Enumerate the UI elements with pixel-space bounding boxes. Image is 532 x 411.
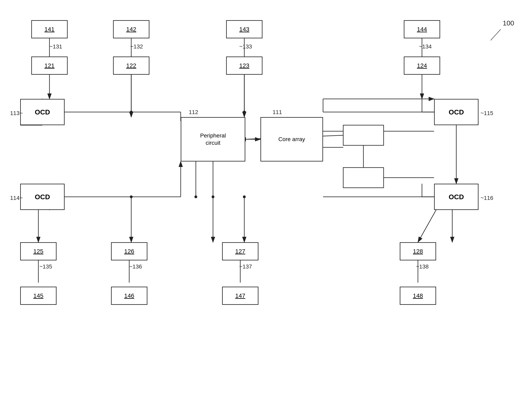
box-123-label: 123 [239,62,249,69]
box-126: 126 [111,242,147,261]
ref-116: ~116 [481,195,493,201]
ref-138: ~138 [416,263,429,270]
box-121-label: 121 [44,62,55,69]
box-145: 145 [20,287,57,305]
ocd-115-label: OCD [449,108,464,116]
box-144-label: 144 [417,26,427,33]
ref-115: ~115 [481,110,493,116]
box-141-label: 141 [44,26,55,33]
ref-111: 111 [273,109,282,115]
box-127: 127 [222,242,258,261]
ref-113: 113~ [10,110,23,116]
box-143: 143 [226,20,262,38]
svg-line-63 [491,29,501,40]
ocd-116-box: OCD [434,184,478,210]
ocd-114-label: OCD [35,193,50,201]
core-array-label: Core array [278,136,305,142]
box-128-label: 128 [413,248,423,255]
diagram-container: OCD OCD OCD OCD Peripheralcircuit Core a… [0,0,532,411]
ref-136: ~136 [129,263,142,270]
box-146-label: 146 [124,292,134,299]
ref-112: 112 [189,109,198,115]
ref-131: ~131 [49,43,62,50]
ref-100: 100 [503,19,514,27]
box-142-label: 142 [126,26,136,33]
box-127-label: 127 [235,248,245,255]
box-144: 144 [404,20,440,38]
peripheral-circuit-box: Peripheralcircuit [181,117,245,161]
box-147: 147 [222,287,258,305]
box-121: 121 [31,56,68,75]
svg-line-62 [418,210,436,242]
box-145-label: 145 [33,292,43,299]
box-147-label: 147 [235,292,245,299]
box-122: 122 [113,56,149,75]
box-148-label: 148 [413,292,423,299]
box-126-label: 126 [124,248,134,255]
box-143-label: 143 [239,26,249,33]
ref-133: ~133 [239,43,252,50]
ocd-114-box: OCD [20,184,65,210]
ref-114: 114~ [10,195,23,201]
ref-135: ~135 [39,263,52,270]
ref-137: ~137 [239,263,252,270]
box-141: 141 [31,20,68,38]
box-128: 128 [400,242,436,261]
box-122-label: 122 [126,62,136,69]
box-142: 142 [113,20,149,38]
core-array-box: Core array [260,117,323,161]
svg-rect-51 [343,168,384,188]
ocd-116-label: OCD [449,193,464,201]
svg-rect-50 [343,125,384,145]
box-125-label: 125 [33,248,43,255]
ocd-113-label: OCD [35,108,50,116]
box-124: 124 [404,56,440,75]
peripheral-circuit-label: Peripheralcircuit [200,132,226,147]
box-124-label: 124 [417,62,427,69]
box-125: 125 [20,242,57,261]
box-146: 146 [111,287,147,305]
box-148: 148 [400,287,436,305]
ref-134: ~134 [419,43,432,50]
box-123: 123 [226,56,262,75]
ocd-113-box: OCD [20,99,65,125]
svg-point-39 [194,196,197,198]
ocd-115-box: OCD [434,99,478,125]
ref-132: ~132 [130,43,143,50]
